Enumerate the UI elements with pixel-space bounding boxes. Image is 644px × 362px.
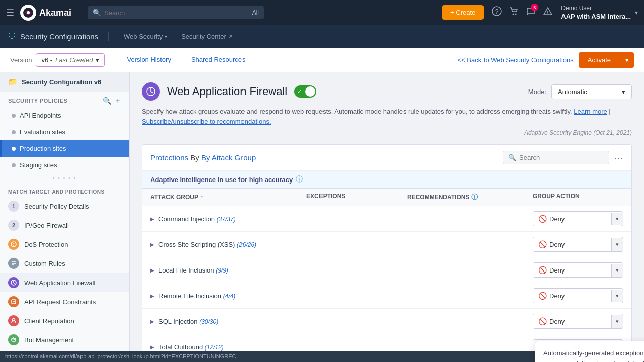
- protections-more-button[interactable]: ⋯: [614, 152, 623, 163]
- version-italic: Last Created: [55, 56, 93, 64]
- sidebar-config-title: Security Configuration v6: [22, 78, 101, 86]
- sidebar: 📁 Security Configuration v6 SECURITY POL…: [0, 72, 130, 362]
- protections-box: Protections By By Attack Group 🔍 ⋯: [142, 144, 632, 362]
- action-dropdown-3: 🚫 Deny ▾: [533, 288, 623, 303]
- sidebar-item-custom-rules[interactable]: Custom Rules: [0, 254, 129, 273]
- action-dropdown-4: 🚫 Deny ▾: [533, 314, 623, 329]
- protections-search[interactable]: 🔍: [503, 151, 609, 164]
- sidebar-item-bot-management[interactable]: Bot Management: [0, 330, 129, 349]
- toggle-knob: [305, 86, 315, 97]
- main-content: Web Application Firewall ✓ Mode: Automat…: [130, 72, 644, 362]
- action-caret-2[interactable]: ▾: [611, 264, 623, 277]
- user-profile: Demo User AAP with ASM Intera... ▾: [561, 4, 638, 22]
- adaptive-text: Adaptive intelligence in use for high ac…: [150, 176, 293, 184]
- sidebar-item-production-sites[interactable]: Production sites: [0, 140, 129, 157]
- deny-icon: 🚫: [538, 292, 547, 300]
- config-icon: 📁: [8, 77, 18, 86]
- deny-icon: 🚫: [538, 317, 547, 325]
- sidebar-item-label: Production sites: [20, 145, 66, 152]
- sidebar-item-label: Web Application Firewall: [24, 279, 95, 287]
- tab-version-history[interactable]: Version History: [117, 48, 181, 72]
- search-policies-button[interactable]: 🔍: [103, 96, 111, 105]
- sidebar-item-staging-sites[interactable]: Staging sites: [0, 157, 129, 173]
- dot-icon: [12, 114, 16, 118]
- sidebar-item-evaluation-sites[interactable]: Evaluation sites: [0, 124, 129, 140]
- expand-icon[interactable]: ▶: [150, 242, 154, 247]
- expand-icon[interactable]: ▶: [150, 267, 154, 273]
- svg-text:?: ?: [495, 8, 499, 15]
- colored-icon: [8, 315, 19, 326]
- recommendations-tooltip: Automatically-generated exception settin…: [535, 341, 644, 362]
- protections-title: Protections By By Attack Group: [150, 153, 256, 162]
- nav-actions: + Create ? 5 Demo User AAP with ASM Inte…: [442, 4, 638, 22]
- mode-dropdown[interactable]: Automatic ▾: [551, 84, 632, 99]
- sidebar-item-api-request-constraints[interactable]: API Request Constraints: [0, 292, 129, 311]
- action-caret-3[interactable]: ▾: [611, 290, 623, 302]
- user-name: Demo User: [561, 5, 592, 12]
- waf-icon: [142, 82, 160, 101]
- sidebar-item-dos-protection[interactable]: DoS Protection: [0, 235, 129, 254]
- top-navigation: ☰ Akamai 🔍 All + Create ? 5: [0, 0, 644, 25]
- svg-point-1: [27, 11, 30, 14]
- web-security-caret: ▾: [165, 34, 167, 39]
- web-security-link[interactable]: Web Security ▾: [117, 25, 174, 48]
- table-row: ▶ SQL Injection (30/30) 🚫 Deny ▾: [142, 309, 631, 334]
- version-caret: ▾: [96, 56, 99, 64]
- toggle-check-icon: ✓: [297, 88, 302, 95]
- tab-shared-resources[interactable]: Shared Resources: [181, 48, 256, 72]
- sidebar-item-ip-geo-firewall[interactable]: 2 IP/Geo Firewall: [0, 216, 129, 235]
- expand-icon[interactable]: ▶: [150, 293, 154, 299]
- version-dropdown[interactable]: v6 - Last Created ▾: [36, 53, 105, 67]
- activate-button[interactable]: Activate: [579, 52, 620, 68]
- sidebar-nav-actions: 🔍 ＋: [103, 96, 121, 105]
- sub-navigation: 🛡 Security Configurations Web Security ▾…: [0, 25, 644, 48]
- sidebar-item-security-policy-details[interactable]: 1 Security Policy Details: [0, 197, 129, 216]
- col-recommendations: Recommendations ⓘ: [407, 193, 533, 202]
- action-caret-4[interactable]: ▾: [611, 315, 623, 328]
- learn-more-link[interactable]: Learn more: [574, 108, 607, 115]
- protections-search-input[interactable]: [519, 154, 604, 161]
- alert-icon[interactable]: [543, 6, 553, 19]
- svg-point-7: [548, 14, 548, 14]
- svg-rect-15: [12, 338, 16, 341]
- adaptive-banner: Adaptive intelligence in use for high ac…: [142, 171, 631, 189]
- search-bar[interactable]: 🔍 All: [88, 6, 264, 19]
- sidebar-item-client-reputation[interactable]: Client Reputation: [0, 311, 129, 330]
- search-input[interactable]: [104, 9, 245, 17]
- deny-icon: 🚫: [538, 266, 547, 274]
- col-attack-group[interactable]: Attack Group ↑: [150, 193, 306, 202]
- sidebar-item-web-application-firewall[interactable]: Web Application Firewall: [0, 273, 129, 292]
- tab-bar-right: << Back to Web Security Configurations A…: [457, 52, 634, 68]
- user-menu-caret[interactable]: ▾: [635, 9, 638, 16]
- subscribe-link[interactable]: Subscribe/unsubscribe to recommendations…: [142, 118, 271, 125]
- add-policy-button[interactable]: ＋: [114, 96, 121, 105]
- expand-icon[interactable]: ▶: [150, 344, 154, 350]
- security-center-link[interactable]: Security Center ↗: [174, 25, 239, 48]
- help-icon[interactable]: ?: [492, 6, 502, 19]
- back-link[interactable]: << Back to Web Security Configurations: [457, 56, 573, 64]
- activate-caret-button[interactable]: ▾: [620, 52, 634, 68]
- search-filter-dropdown[interactable]: All: [248, 9, 259, 16]
- chat-icon[interactable]: 5: [526, 6, 536, 19]
- adaptive-info-icon[interactable]: ⓘ: [296, 175, 303, 184]
- action-caret-1[interactable]: ▾: [611, 238, 623, 251]
- colored-icon: [8, 277, 19, 288]
- sub-nav-links: Web Security ▾ Security Center ↗: [117, 25, 239, 48]
- sidebar-item-label: DoS Protection: [24, 241, 68, 248]
- expand-icon[interactable]: ▶: [150, 319, 154, 324]
- waf-toggle[interactable]: ✓: [294, 85, 316, 98]
- table-row: ▶ Remote File Inclusion (4/4) 🚫 Deny: [142, 283, 631, 309]
- mode-value: Automatic: [558, 88, 587, 96]
- sidebar-item-api-endpoints[interactable]: API Endpoints: [0, 107, 129, 124]
- engine-note: Adaptive Security Engine (Oct 21, 2021): [142, 129, 632, 136]
- recommendations-info-icon[interactable]: ⓘ: [471, 193, 478, 202]
- sidebar-item-label: API Endpoints: [20, 112, 61, 119]
- cart-icon[interactable]: [509, 6, 519, 19]
- main-layout: 📁 Security Configuration v6 SECURITY POL…: [0, 72, 644, 362]
- content-inner: Web Application Firewall ✓ Mode: Automat…: [130, 72, 644, 362]
- hamburger-icon[interactable]: ☰: [6, 7, 14, 18]
- action-caret-0[interactable]: ▾: [611, 213, 623, 225]
- create-button[interactable]: + Create: [442, 5, 484, 20]
- sidebar-item-label: Security Policy Details: [24, 203, 89, 210]
- expand-icon[interactable]: ▶: [150, 216, 154, 222]
